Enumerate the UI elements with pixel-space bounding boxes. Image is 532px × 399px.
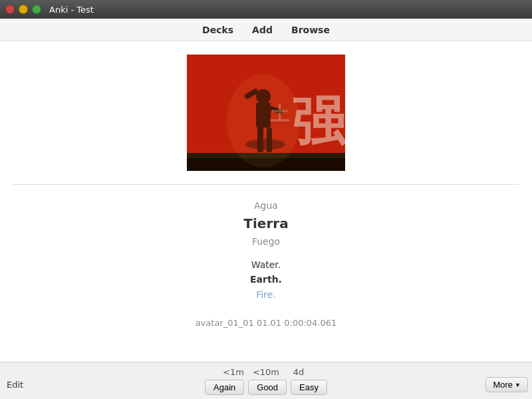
minimize-button[interactable] xyxy=(19,5,28,14)
nav-decks[interactable]: Decks xyxy=(198,22,237,38)
more-button[interactable]: More ▼ xyxy=(485,377,528,392)
window-title: Anki - Test xyxy=(49,5,527,15)
again-button[interactable]: Again xyxy=(205,380,244,395)
good-button[interactable]: Good xyxy=(248,380,287,395)
more-label: More xyxy=(493,380,513,390)
svg-text:土: 土 xyxy=(270,103,290,124)
card-bottom-word: Fuego xyxy=(243,234,288,249)
card-top-word: Agua xyxy=(243,198,288,213)
top-nav: Decks Add Browse xyxy=(0,19,532,41)
chevron-down-icon: ▼ xyxy=(515,382,521,388)
maximize-button[interactable] xyxy=(32,5,41,14)
card-text: Agua Tierra Fuego Water. Earth. Fire. xyxy=(243,198,288,302)
translation-water: Water. xyxy=(243,257,288,272)
translation-earth: Earth. xyxy=(243,272,288,287)
card-main-word: Tierra xyxy=(243,213,288,234)
time-good: <10m xyxy=(253,367,279,377)
bottom-bar: Edit <1m <10m 4d Again Good Easy More ▼ xyxy=(0,362,532,399)
card-meta: avatar_01_01 01.01 0:00:04.061 xyxy=(196,318,337,328)
answer-buttons: Again Good Easy xyxy=(205,380,327,395)
nav-browse[interactable]: Browse xyxy=(287,22,334,38)
edit-button[interactable]: Edit xyxy=(7,380,23,390)
easy-button[interactable]: Easy xyxy=(291,380,327,395)
divider xyxy=(13,184,519,185)
close-button[interactable] xyxy=(5,5,15,14)
translation-fire: Fire. xyxy=(243,287,288,302)
main-content: 强 土 Agua Tierra Fuego Water. Earth. Fire… xyxy=(0,41,532,362)
svg-text:强: 强 xyxy=(292,92,345,151)
time-labels: <1m <10m 4d xyxy=(221,367,311,377)
title-bar: Anki - Test xyxy=(0,0,532,19)
card-image: 强 土 xyxy=(187,55,345,171)
time-easy: 4d xyxy=(286,367,311,377)
nav-add[interactable]: Add xyxy=(248,22,277,38)
time-again: <1m xyxy=(221,367,246,377)
